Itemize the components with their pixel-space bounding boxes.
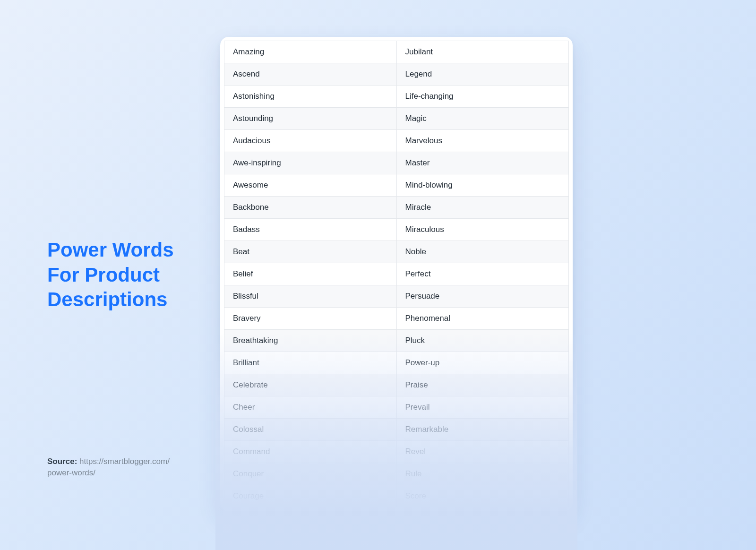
word-cell-right: Prevail bbox=[396, 396, 569, 419]
table-row: BlissfulPersuade bbox=[224, 285, 569, 308]
word-cell-right: Legend bbox=[396, 63, 569, 86]
word-cell-left: Amazing bbox=[224, 41, 397, 63]
word-cell-left: Awe-inspiring bbox=[224, 152, 397, 174]
word-cell-right: Power-up bbox=[396, 352, 569, 374]
title-line-3: Descriptions bbox=[47, 288, 167, 310]
word-cell-left: Backbone bbox=[224, 197, 397, 219]
word-cell-left: Brilliant bbox=[224, 352, 397, 374]
word-cell-right: Pluck bbox=[396, 330, 569, 352]
word-cell-right: Praise bbox=[396, 374, 569, 396]
word-cell-right: Noble bbox=[396, 241, 569, 263]
table-row: AwesomeMind-blowing bbox=[224, 174, 569, 197]
word-cell-right: Life-changing bbox=[396, 86, 569, 108]
word-cell-left: Conquer bbox=[224, 463, 397, 485]
table-row: CelebratePraise bbox=[224, 374, 569, 396]
title-line-1: Power Words bbox=[47, 239, 174, 261]
word-cell-left: Belief bbox=[224, 263, 397, 285]
table-row: Awe-inspiringMaster bbox=[224, 152, 569, 174]
word-cell-left: Colossal bbox=[224, 419, 397, 441]
word-cell-left: Badass bbox=[224, 219, 397, 241]
table-row: AscendLegend bbox=[224, 63, 569, 86]
table-row: BackboneMiracle bbox=[224, 197, 569, 219]
word-cell-right: Magic bbox=[396, 108, 569, 130]
table-row: BeliefPerfect bbox=[224, 263, 569, 285]
word-cell-right: Miracle bbox=[396, 197, 569, 219]
table-row: BreathtakingPluck bbox=[224, 330, 569, 352]
word-cell-left: Ascend bbox=[224, 63, 397, 86]
word-cell-right: Mind-blowing bbox=[396, 174, 569, 197]
words-table: AmazingJubilantAscendLegendAstonishingLi… bbox=[224, 41, 569, 507]
table-row: ColossalRemarkable bbox=[224, 419, 569, 441]
word-cell-right: Jubilant bbox=[396, 41, 569, 63]
word-cell-left: Astonishing bbox=[224, 86, 397, 108]
table-row: BadassMiraculous bbox=[224, 219, 569, 241]
word-cell-left: Audacious bbox=[224, 130, 397, 152]
table-row: CourageScore bbox=[224, 485, 569, 507]
source-label: Source: bbox=[47, 457, 77, 466]
table-row: ConquerRule bbox=[224, 463, 569, 485]
table-row: BrilliantPower-up bbox=[224, 352, 569, 374]
table-row: BeatNoble bbox=[224, 241, 569, 263]
words-card: AmazingJubilantAscendLegendAstonishingLi… bbox=[220, 37, 573, 511]
table-row: AmazingJubilant bbox=[224, 41, 569, 63]
source-url-line-2: power-words/ bbox=[47, 468, 95, 477]
word-cell-right: Score bbox=[396, 485, 569, 507]
word-cell-right: Revel bbox=[396, 441, 569, 463]
word-cell-left: Breathtaking bbox=[224, 330, 397, 352]
source-attribution: Source: https://smartblogger.com/ power-… bbox=[47, 456, 170, 479]
word-cell-right: Perfect bbox=[396, 263, 569, 285]
word-cell-left: Blissful bbox=[224, 285, 397, 308]
word-cell-right: Persuade bbox=[396, 285, 569, 308]
word-cell-left: Bravery bbox=[224, 308, 397, 330]
table-row: CheerPrevail bbox=[224, 396, 569, 419]
word-cell-left: Beat bbox=[224, 241, 397, 263]
table-row: AstonishingLife-changing bbox=[224, 86, 569, 108]
table-row: AudaciousMarvelous bbox=[224, 130, 569, 152]
table-row: BraveryPhenomenal bbox=[224, 308, 569, 330]
source-url-line-1: https://smartblogger.com/ bbox=[79, 457, 170, 466]
word-cell-right: Rule bbox=[396, 463, 569, 485]
table-row: AstoundingMagic bbox=[224, 108, 569, 130]
title-line-2: For Product bbox=[47, 264, 160, 286]
table-row: CommandRevel bbox=[224, 441, 569, 463]
word-cell-left: Cheer bbox=[224, 396, 397, 419]
word-cell-right: Miraculous bbox=[396, 219, 569, 241]
word-cell-left: Awesome bbox=[224, 174, 397, 197]
word-cell-left: Command bbox=[224, 441, 397, 463]
word-cell-right: Marvelous bbox=[396, 130, 569, 152]
word-cell-left: Astounding bbox=[224, 108, 397, 130]
word-cell-right: Remarkable bbox=[396, 419, 569, 441]
word-cell-left: Courage bbox=[224, 485, 397, 507]
word-cell-right: Master bbox=[396, 152, 569, 174]
word-cell-left: Celebrate bbox=[224, 374, 397, 396]
page-title: Power Words For Product Descriptions bbox=[47, 238, 203, 312]
word-cell-right: Phenomenal bbox=[396, 308, 569, 330]
